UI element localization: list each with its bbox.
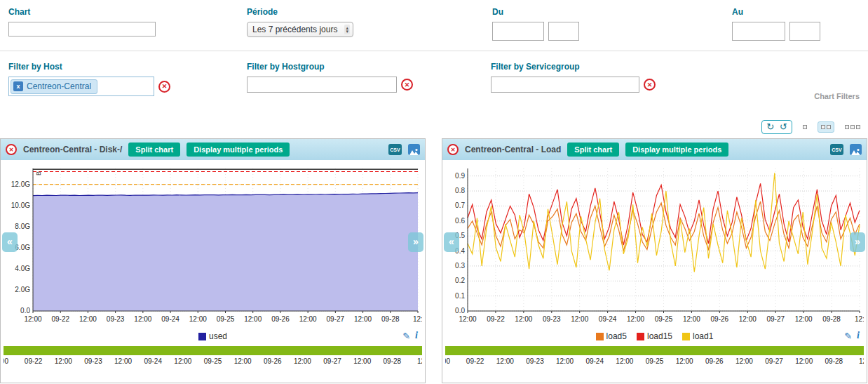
host-filter-input[interactable]: x Centreon-Central	[8, 77, 154, 96]
svg-text:09-23: 09-23	[543, 315, 561, 323]
svg-text:12:00: 12:00	[459, 315, 476, 323]
chart-legend: load5load15load1	[596, 331, 714, 341]
panel-title: Centreon-Central - Load	[465, 145, 561, 154]
timeline-tick-label: :00	[445, 357, 450, 365]
au-group: Au	[732, 7, 820, 41]
close-chart-icon[interactable]: ✕	[447, 144, 459, 155]
display-multiple-periods-button[interactable]: Display multiple periods	[187, 143, 290, 157]
legend-item-load1[interactable]: load1	[682, 331, 713, 341]
export-image-icon[interactable]	[408, 144, 420, 155]
timeline-tick-label: :00	[4, 357, 8, 365]
chart-filter-group: Chart	[8, 7, 156, 37]
svg-text:12.0G: 12.0G	[11, 180, 30, 188]
legend-item-load15[interactable]: load15	[637, 331, 672, 341]
hostgroup-filter-input[interactable]	[247, 77, 397, 93]
timeline-tick-label: 09-26	[705, 357, 724, 365]
chart-panel-load: ✕ Centreon-Central - Load Split chart Di…	[442, 138, 867, 383]
host-filter-clear-icon[interactable]: ✕	[158, 81, 170, 93]
svg-text:B: B	[35, 171, 42, 176]
export-image-icon[interactable]	[850, 144, 862, 155]
scroll-left-button[interactable]: «	[2, 232, 18, 252]
chart-panel-disk: ✕ Centreon-Central - Disk-/ Split chart …	[0, 138, 426, 383]
timeline-tick-label: 12:00	[676, 357, 693, 365]
au-label: Au	[732, 7, 820, 17]
edit-chart-icon[interactable]: ✎	[844, 331, 852, 341]
legend-item-used[interactable]: used	[198, 331, 227, 341]
svg-text:12:: 12:	[855, 315, 864, 323]
svg-text:12:00: 12:00	[683, 315, 700, 323]
filter-separator	[0, 51, 868, 51]
servicegroup-filter-clear-icon[interactable]: ✕	[644, 79, 656, 91]
svg-text:10.0G: 10.0G	[11, 201, 30, 209]
svg-text:0.3: 0.3	[455, 262, 465, 270]
svg-text:09-27: 09-27	[766, 315, 785, 323]
du-date-input[interactable]	[492, 22, 544, 41]
layout-two-column-button[interactable]	[818, 121, 834, 133]
legend-swatch-icon	[637, 333, 644, 340]
legend-label: load15	[647, 331, 672, 341]
history-icon[interactable]: ↺	[780, 122, 787, 132]
legend-item-load5[interactable]: load5	[596, 331, 627, 341]
legend-label: load1	[693, 331, 713, 341]
sync-icon[interactable]: ↻	[766, 122, 774, 132]
timeline-tick-label: 09-24	[585, 357, 604, 365]
export-csv-icon[interactable]: CSV	[388, 144, 402, 155]
hostgroup-filter-clear-icon[interactable]: ✕	[401, 79, 413, 91]
status-timeline-bar[interactable]	[4, 346, 422, 355]
close-chart-icon[interactable]: ✕	[6, 144, 17, 155]
timeline-tick-label: 09-27	[765, 357, 783, 365]
chart-filters-section-label: Chart Filters	[814, 92, 860, 100]
view-toolbar: ↻ ↺	[761, 120, 864, 134]
layout-three-column-button[interactable]	[841, 121, 864, 133]
layout-one-column-button[interactable]	[799, 121, 811, 133]
chart-filter-label: Chart	[8, 7, 156, 17]
legend-label: used	[209, 331, 227, 341]
export-csv-icon[interactable]: CSV	[830, 144, 843, 155]
servicegroup-filter-group: Filter by Servicegroup ✕	[491, 62, 656, 93]
timeline-tick-label: 09-24	[144, 357, 162, 365]
host-chip-label: Centreon-Central	[27, 81, 91, 91]
du-time-input[interactable]	[548, 22, 579, 41]
timeline-tick-label: 12:00	[353, 357, 371, 365]
chart-info-icon[interactable]: i	[857, 330, 860, 341]
timeline-tick-label: 12:00	[556, 357, 574, 365]
chip-remove-icon[interactable]: x	[13, 81, 23, 91]
timeline-tick-label: 09-22	[25, 357, 43, 365]
disk-usage-chart[interactable]: 0.02.0G4.0G6.0G8.0G10.0G12.0G12:0009-221…	[1, 162, 422, 329]
edit-chart-icon[interactable]: ✎	[402, 331, 410, 341]
svg-text:09-28: 09-28	[822, 315, 841, 323]
host-filter-chip: x Centreon-Central	[11, 79, 97, 94]
load-chart[interactable]: 0.00.10.20.30.40.50.60.70.80.912:0009-22…	[442, 162, 864, 329]
svg-text:09-23: 09-23	[107, 315, 125, 323]
legend-swatch-icon	[198, 333, 206, 340]
scroll-left-button[interactable]: «	[444, 232, 459, 252]
svg-text:12:00: 12:00	[627, 315, 644, 323]
periode-select[interactable]: Les 7 précédents jours ▴▾	[247, 22, 353, 37]
scroll-right-button[interactable]: »	[408, 232, 423, 252]
timeline-tick-label: 09-27	[323, 357, 341, 365]
chart-info-icon[interactable]: i	[415, 330, 418, 341]
scroll-right-button[interactable]: »	[850, 232, 865, 252]
svg-text:09-25: 09-25	[217, 315, 235, 323]
timeline-tick-label: 12:00	[234, 357, 252, 365]
timeline-tick-label: 09-28	[384, 357, 402, 365]
status-timeline-bar[interactable]	[445, 346, 864, 355]
svg-text:0.9: 0.9	[455, 172, 465, 180]
split-chart-button[interactable]: Split chart	[128, 143, 180, 157]
timeline-tick-label: 12:00	[294, 357, 311, 365]
chart-area: 0.02.0G4.0G6.0G8.0G10.0G12.0G12:0009-221…	[1, 162, 425, 329]
au-time-input[interactable]	[789, 22, 820, 41]
chart-filter-input[interactable]	[8, 22, 156, 37]
servicegroup-filter-input[interactable]	[491, 77, 639, 93]
split-chart-button[interactable]: Split chart	[567, 143, 619, 157]
au-date-input[interactable]	[732, 22, 785, 41]
svg-text:2.0G: 2.0G	[15, 286, 30, 293]
svg-text:12:00: 12:00	[24, 315, 41, 323]
timeline-tick-label: 09-25	[646, 357, 664, 365]
centreon-performance-page: Chart Période Les 7 précédents jours ▴▾ …	[0, 0, 868, 384]
timeline-tick-label: 09-26	[264, 357, 282, 365]
svg-text:0.8: 0.8	[455, 187, 465, 194]
panel-title: Centreon-Central - Disk-/	[23, 145, 122, 154]
display-multiple-periods-button[interactable]: Display multiple periods	[625, 143, 728, 157]
periode-selected-value: Les 7 précédents jours	[252, 25, 337, 34]
